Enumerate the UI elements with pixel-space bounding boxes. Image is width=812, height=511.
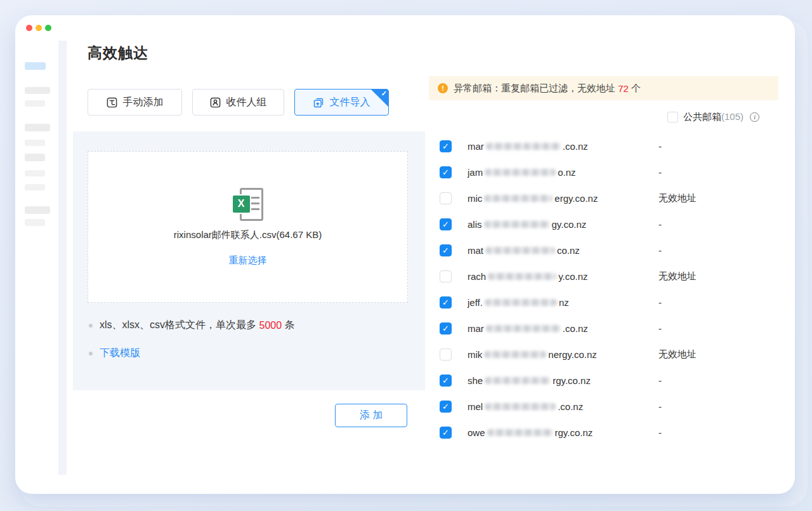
upload-panel: X rixinsolar邮件联系人.csv(64.67 KB) 重新选择 xls… (73, 131, 425, 390)
sidebar-skeleton-bar (25, 87, 50, 94)
email-address: mel.co.nz (468, 401, 583, 412)
excel-file-icon: X (233, 188, 263, 221)
email-row: ✓ rachy.co.nz 无效地址 (440, 263, 785, 289)
email-status: - (658, 297, 662, 308)
download-template-link[interactable]: 下载模版 (100, 347, 140, 360)
email-row: ✓ jeff.nz - (440, 289, 785, 315)
email-address: alisgy.co.nz (468, 219, 586, 230)
email-checkbox[interactable]: ✓ (440, 322, 452, 335)
email-row: ✓ micergy.co.nz 无效地址 (440, 185, 785, 211)
bullet-dot (89, 352, 93, 355)
template-tip: 下载模版 (89, 347, 140, 360)
email-status: - (658, 427, 662, 438)
tab-label: 文件导入 (330, 96, 370, 109)
email-checkbox[interactable]: ✓ (440, 192, 452, 204)
tab-manual-add[interactable]: 手动添加 (88, 89, 182, 116)
email-row: ✓ alisgy.co.nz - (440, 211, 785, 237)
email-checkbox[interactable]: ✓ (440, 244, 452, 256)
blurred-email-segment (484, 195, 553, 202)
traffic-light-dot[interactable] (36, 25, 42, 31)
file-dropzone[interactable]: X rixinsolar邮件联系人.csv(64.67 KB) 重新选择 (88, 151, 408, 303)
email-checkbox[interactable]: ✓ (440, 218, 452, 230)
sidebar-skeleton-bar (25, 62, 46, 70)
sidebar-skeleton-bar (25, 140, 45, 146)
uploaded-file-name: rixinsolar邮件联系人.csv(64.67 KB) (174, 229, 322, 241)
blurred-email-segment (485, 299, 557, 306)
sidebar-skeleton-bar (25, 206, 50, 214)
email-row: ✓ mar.co.nz - (440, 133, 785, 159)
info-icon[interactable]: i (750, 112, 759, 122)
invalid-count: 72 (618, 83, 629, 94)
email-row: ✓ miknergy.co.nz 无效地址 (440, 342, 785, 368)
email-address: jamo.nz (468, 167, 576, 178)
email-row: ✓ shergy.co.nz - (440, 368, 785, 394)
email-status: - (658, 375, 662, 386)
app-window: 高效触达 手动添加 收件人组 文件导入 ✓ X (15, 15, 795, 494)
email-checkbox[interactable]: ✓ (440, 140, 452, 152)
checkmark-icon: ✓ (442, 142, 449, 151)
window-controls (26, 25, 51, 31)
format-tip: xls、xlsx、csv格式文件，单次最多 5000 条 (89, 319, 295, 332)
blurred-email-segment (485, 403, 556, 410)
email-checkbox[interactable]: ✓ (440, 296, 452, 309)
checkmark-icon: ✓ (442, 220, 449, 229)
email-address: owergy.co.nz (468, 427, 593, 438)
email-checkbox[interactable]: ✓ (440, 427, 452, 439)
email-checkbox[interactable]: ✓ (440, 401, 452, 413)
email-status: - (658, 245, 662, 256)
email-address: mar.co.nz (468, 141, 588, 152)
email-address: miknergy.co.nz (468, 349, 597, 360)
email-row: ✓ jamo.nz - (440, 159, 785, 185)
recipient-group-icon (210, 97, 221, 108)
sidebar-skeleton-bar (25, 100, 45, 107)
tab-recipient-group[interactable]: 收件人组 (192, 89, 284, 116)
checkmark-icon: ✓ (442, 168, 449, 177)
blurred-email-segment (485, 169, 556, 176)
traffic-light-dot[interactable] (26, 25, 32, 31)
checkmark-icon: ✓ (442, 402, 449, 411)
checkmark-icon: ✓ (442, 376, 449, 385)
traffic-light-dot[interactable] (45, 25, 51, 31)
public-mailbox-checkbox[interactable] (667, 112, 678, 123)
tab-file-import[interactable]: 文件导入 ✓ (294, 89, 389, 116)
tab-label: 收件人组 (226, 96, 267, 109)
email-status: 无效地址 (658, 270, 697, 282)
tab-label: 手动添加 (123, 96, 164, 109)
email-row: ✓ owergy.co.nz - (440, 420, 785, 446)
add-button[interactable]: 添 加 (335, 404, 407, 427)
sidebar-skeleton-bar (25, 184, 45, 190)
manual-add-icon (107, 97, 117, 108)
email-status: 无效地址 (658, 192, 697, 204)
blurred-email-segment (485, 247, 555, 254)
max-count: 5000 (259, 320, 282, 331)
email-row: ✓ mel.co.nz - (440, 394, 785, 420)
sidebar-skeleton-bar (25, 124, 50, 131)
email-checkbox[interactable]: ✓ (440, 375, 452, 387)
email-checkbox[interactable]: ✓ (440, 166, 452, 178)
checkmark-icon: ✓ (442, 324, 449, 333)
email-status: 无效地址 (658, 348, 697, 361)
email-status: - (658, 167, 662, 178)
checkmark-icon: ✓ (442, 428, 449, 437)
email-checkbox[interactable]: ✓ (440, 348, 452, 361)
sidebar-skeleton-bar (25, 154, 45, 161)
email-list: ✓ mar.co.nz - ✓ jamo.nz - ✓ (440, 133, 785, 446)
file-import-icon (313, 97, 324, 108)
email-row: ✓ mar.co.nz - (440, 315, 785, 342)
sidebar-divider (58, 41, 67, 475)
checkmark-icon: ✓ (442, 298, 449, 307)
bullet-dot (89, 324, 93, 328)
email-checkbox[interactable]: ✓ (440, 270, 452, 282)
blurred-email-segment (484, 221, 550, 228)
checkmark-icon: ✓ (442, 246, 449, 255)
email-address: rachy.co.nz (468, 271, 588, 282)
page-title: 高效触达 (88, 43, 148, 63)
public-mailbox-count: (105) (721, 111, 743, 122)
reselect-file-link[interactable]: 重新选择 (229, 255, 267, 267)
public-mailbox-row: 公共邮箱(105) i (667, 111, 759, 123)
blurred-email-segment (485, 377, 551, 384)
email-status: - (658, 141, 662, 152)
sidebar-skeleton-bar (25, 170, 45, 176)
email-row: ✓ matco.nz - (440, 237, 785, 263)
blurred-email-segment (486, 325, 561, 332)
